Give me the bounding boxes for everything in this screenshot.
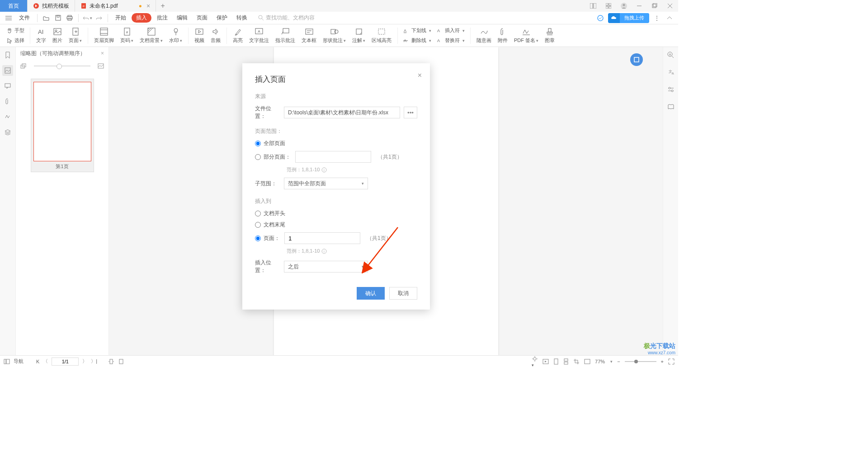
- menu-file[interactable]: 文件: [15, 14, 33, 22]
- more-icon[interactable]: ⋮: [652, 13, 662, 23]
- rb-watermark[interactable]: 水印▾: [166, 27, 185, 44]
- apps-icon[interactable]: [603, 0, 614, 11]
- settings-icon[interactable]: [665, 84, 676, 95]
- save-icon[interactable]: [53, 13, 63, 23]
- open-icon[interactable]: [41, 13, 51, 23]
- float-tools-button[interactable]: [630, 53, 643, 66]
- collapse-all-icon[interactable]: [20, 63, 27, 69]
- rb-attachment[interactable]: 附件: [495, 27, 511, 44]
- rb-highlight[interactable]: 高亮: [230, 27, 246, 44]
- confirm-button[interactable]: 确认: [357, 287, 385, 300]
- rb-signature[interactable]: PDF 签名▾: [511, 27, 542, 44]
- tool-select[interactable]: 选择: [4, 36, 27, 46]
- insert-position-select[interactable]: 之后▾: [284, 261, 368, 273]
- thumbnail-size-slider[interactable]: [34, 66, 90, 66]
- menu-edit[interactable]: 编辑: [173, 14, 191, 22]
- rb-textbox[interactable]: 文本框: [298, 27, 320, 44]
- rb-freehand[interactable]: 随意画: [473, 27, 495, 44]
- prev-page-button[interactable]: 〈: [43, 358, 48, 365]
- minimize-button[interactable]: [634, 0, 645, 11]
- menu-convert[interactable]: 转换: [233, 14, 251, 22]
- page-number-input[interactable]: [284, 232, 360, 244]
- upload-button[interactable]: 拖拽上传: [608, 13, 649, 23]
- page-radio[interactable]: [255, 235, 261, 241]
- cancel-button[interactable]: 取消: [389, 287, 417, 300]
- partial-pages-radio[interactable]: [255, 154, 261, 160]
- rb-strike[interactable]: A删除线▾: [401, 36, 434, 46]
- rb-page[interactable]: 页面▾: [66, 27, 85, 44]
- menu-protect[interactable]: 保护: [213, 14, 231, 22]
- search-box[interactable]: 查找功能、文档内容: [258, 14, 315, 22]
- crop-icon[interactable]: [573, 358, 580, 365]
- tab-template[interactable]: 找稻壳模板: [28, 0, 75, 12]
- rb-text-comment[interactable]: A文字批注: [246, 27, 272, 44]
- tab-close-icon[interactable]: ×: [146, 2, 150, 9]
- menu-icon[interactable]: [4, 13, 14, 23]
- doc-start-radio[interactable]: [255, 211, 261, 216]
- brightness-icon[interactable]: ▾: [532, 356, 538, 367]
- fit-icon[interactable]: [668, 358, 675, 365]
- print-icon[interactable]: [65, 13, 75, 23]
- redo-icon[interactable]: [94, 13, 104, 23]
- rb-video[interactable]: 视频: [191, 27, 208, 44]
- menu-start[interactable]: 开始: [112, 14, 130, 22]
- view-single-icon[interactable]: [553, 358, 559, 365]
- zoom-in-button[interactable]: +: [661, 359, 664, 364]
- rb-callout[interactable]: 指示批注: [272, 27, 298, 44]
- rb-page-number[interactable]: #页码▾: [117, 27, 137, 44]
- partial-pages-input[interactable]: [295, 151, 371, 163]
- fit-width-icon[interactable]: [108, 359, 114, 364]
- last-page-button[interactable]: 〉|: [91, 358, 97, 365]
- translate-icon[interactable]: 文A: [665, 67, 676, 78]
- sync-icon[interactable]: [595, 13, 605, 23]
- rb-header-footer[interactable]: 页眉页脚: [91, 27, 117, 44]
- first-page-button[interactable]: K: [36, 359, 39, 364]
- rb-underline[interactable]: A下划线▾: [401, 26, 434, 36]
- tab-home[interactable]: 首页: [0, 0, 28, 12]
- menu-annotate[interactable]: 批注: [153, 14, 171, 22]
- play-icon[interactable]: [542, 359, 549, 364]
- nav-toggle-icon[interactable]: [4, 359, 10, 364]
- rb-replace-sym[interactable]: A替换符▾: [434, 36, 467, 46]
- fullscreen-icon[interactable]: [584, 359, 590, 364]
- rb-insert-sym[interactable]: A插入符▾: [434, 26, 467, 36]
- page-input[interactable]: [52, 357, 79, 366]
- expand-thumb-icon[interactable]: [98, 63, 104, 69]
- avatar-icon[interactable]: [618, 0, 629, 11]
- rb-shape-annot[interactable]: 形状批注▾: [320, 27, 349, 44]
- tab-document[interactable]: P 未命名1.pdf ● ×: [75, 0, 156, 12]
- thumbnail-item[interactable]: 第1页: [31, 79, 94, 172]
- close-button[interactable]: [665, 0, 675, 11]
- rb-text[interactable]: AI文字: [33, 27, 49, 44]
- new-tab-button[interactable]: +: [156, 2, 170, 10]
- rb-image[interactable]: 图片: [49, 27, 66, 44]
- rb-background[interactable]: 文档背景▾: [137, 27, 166, 44]
- panel-close-icon[interactable]: ×: [101, 50, 104, 56]
- rb-stamp[interactable]: 图章: [542, 27, 558, 44]
- menu-page[interactable]: 页面: [193, 14, 211, 22]
- menu-insert[interactable]: 插入: [132, 13, 151, 23]
- attachment-icon[interactable]: [2, 96, 13, 107]
- zoom-slider[interactable]: [625, 361, 656, 362]
- undo-icon[interactable]: ▾: [82, 13, 92, 23]
- tool-hand[interactable]: 手型: [4, 26, 27, 36]
- rb-audio[interactable]: 音频: [208, 27, 224, 44]
- bookmark-icon[interactable]: [2, 50, 13, 61]
- sub-range-select[interactable]: 范围中全部页面▾: [284, 178, 368, 189]
- browse-file-button[interactable]: •••: [404, 107, 417, 118]
- comment-icon[interactable]: [2, 80, 13, 91]
- fit-page-icon[interactable]: [118, 359, 124, 364]
- layers-icon[interactable]: [2, 127, 13, 137]
- next-page-button[interactable]: 〉: [82, 358, 87, 365]
- thumbnail-icon[interactable]: [2, 65, 13, 76]
- signature-panel-icon[interactable]: [2, 111, 13, 122]
- zoom-icon[interactable]: A: [665, 50, 676, 61]
- all-pages-radio[interactable]: [255, 141, 261, 146]
- zoom-out-button[interactable]: −: [617, 359, 620, 364]
- dialog-close-icon[interactable]: ×: [418, 71, 422, 80]
- rb-note[interactable]: 注解▾: [349, 27, 368, 44]
- view-continuous-icon[interactable]: [563, 358, 569, 365]
- file-path-input[interactable]: [284, 107, 400, 118]
- doc-end-radio[interactable]: [255, 222, 261, 228]
- read-icon[interactable]: [665, 101, 676, 112]
